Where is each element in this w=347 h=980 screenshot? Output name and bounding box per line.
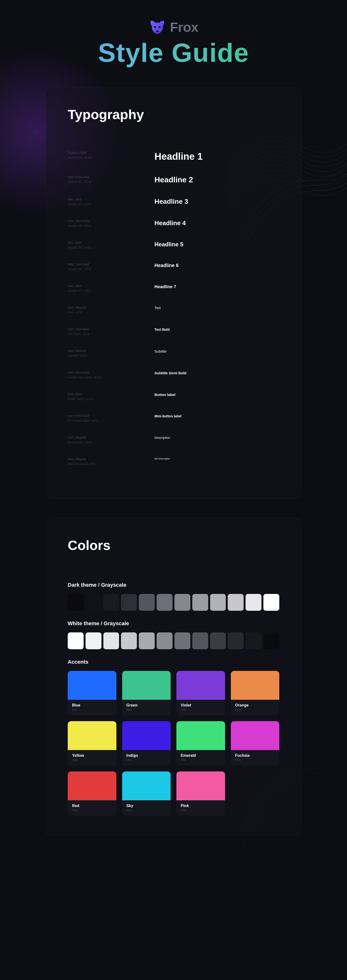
accent-sub: Other bbox=[126, 809, 166, 811]
accent-swatch bbox=[122, 772, 171, 800]
color-swatch bbox=[246, 594, 261, 611]
typography-row: Poppins | BoldHeader H1 | 40/48Headline … bbox=[68, 151, 279, 162]
color-swatch bbox=[174, 632, 190, 649]
typography-meta: Poppins | BoldHeader H1 | 40/48 bbox=[68, 151, 155, 159]
typography-meta: Inter | MediumSubtitle | 15/18 bbox=[68, 349, 155, 358]
typo-font-spec: Inter | Bold bbox=[68, 198, 155, 201]
typo-size-spec: Mini Description | 9/11 bbox=[68, 462, 155, 466]
accent-swatch bbox=[68, 671, 117, 700]
typography-sample: Subtitle Semi Bold bbox=[155, 371, 279, 375]
typo-size-spec: Header H4 | 26/34 bbox=[68, 224, 155, 228]
typo-size-spec: Subtitle | 15/18 bbox=[68, 354, 155, 358]
accent-sub: Main bbox=[126, 708, 166, 711]
accent-card: YellowOther bbox=[68, 721, 117, 766]
typo-font-spec: Inter | Extra Bold bbox=[68, 175, 155, 179]
accent-info: IndigoOther bbox=[122, 750, 171, 766]
typography-meta: Inter | Semi BoldText Bold | 14/18 bbox=[68, 328, 155, 336]
accent-sub: Main bbox=[72, 708, 112, 711]
accent-name: Blue bbox=[72, 703, 112, 708]
typo-font-spec: Poppins | Bold bbox=[68, 151, 155, 154]
typography-sample: Headline 2 bbox=[155, 175, 279, 184]
colors-panel: Colors Dark theme / Grayscale White them… bbox=[46, 518, 301, 835]
accent-name: Sky bbox=[126, 804, 166, 808]
accent-name: Red bbox=[72, 804, 112, 808]
accent-info: RedOther bbox=[68, 800, 117, 816]
typo-size-spec: Button label | 15/18 bbox=[68, 398, 155, 401]
typography-sample: Mini Description bbox=[155, 458, 279, 460]
typography-row: Inter | BoldButton label | 15/18Button l… bbox=[68, 393, 279, 401]
typo-font-spec: Inter | Semi Bold bbox=[68, 371, 155, 374]
accent-sub: Other bbox=[235, 759, 275, 761]
typography-row: Inter | RegularText | 14/18Text bbox=[68, 306, 279, 314]
typography-row: Inter | Semi BoldText Bold | 14/18Text B… bbox=[68, 328, 279, 336]
typo-font-spec: Inter | Semi Bold bbox=[68, 414, 155, 418]
accent-card: RedOther bbox=[68, 772, 117, 816]
accent-name: Orange bbox=[235, 703, 275, 708]
accent-info: BlueMain bbox=[68, 700, 117, 715]
typography-meta: Inter | Semi BoldSubtitle Semi Bold | 15… bbox=[68, 371, 155, 379]
accent-sub: Other bbox=[126, 759, 166, 761]
typography-meta: Inter | BoldHeader H7 | 18/22 bbox=[68, 284, 155, 293]
typography-meta: Inter | RegularText | 14/18 bbox=[68, 306, 155, 314]
color-swatch bbox=[228, 632, 244, 649]
accent-sub: Other bbox=[181, 809, 221, 811]
typography-row: Inter | MediumSubtitle | 15/18Subtitle bbox=[68, 349, 279, 358]
white-grayscale-label: White theme / Grayscale bbox=[68, 620, 279, 627]
typography-sample: Headline 7 bbox=[155, 284, 279, 290]
accent-info: VioletThird bbox=[176, 700, 225, 715]
accent-swatch bbox=[176, 772, 225, 800]
color-swatch bbox=[139, 594, 155, 611]
typo-size-spec: Header H2 | 32/36 bbox=[68, 180, 155, 183]
typography-sample: Button label bbox=[155, 393, 279, 397]
accent-sub: Fourth bbox=[235, 708, 275, 711]
accent-card: EmeraldOther bbox=[176, 721, 225, 766]
typography-sample: Headline 3 bbox=[155, 198, 279, 205]
typo-font-spec: Inter | Regular bbox=[68, 306, 155, 309]
color-swatch bbox=[86, 632, 101, 649]
typography-sample: Headline 1 bbox=[155, 151, 279, 162]
typo-size-spec: Header H6 | 20/30 bbox=[68, 267, 155, 271]
typo-size-spec: Header H3 | 28/34 bbox=[68, 202, 155, 206]
color-swatch bbox=[192, 594, 208, 611]
typography-meta: Inter | RegularDescription | 13/18 bbox=[68, 436, 155, 444]
typo-font-spec: Inter | Bold bbox=[68, 241, 155, 244]
typography-panel: Typography Poppins | BoldHeader H1 | 40/… bbox=[46, 87, 301, 499]
accent-info: FuchsiaOther bbox=[231, 750, 280, 766]
typography-row: Inter | RegularMini Description | 9/11Mi… bbox=[68, 458, 279, 466]
accent-card: GreenMain bbox=[122, 671, 171, 715]
fox-logo-icon bbox=[149, 19, 166, 35]
accent-info: SkyOther bbox=[122, 800, 171, 816]
page-header: Frox Style Guide bbox=[0, 19, 347, 68]
accent-name: Fuchsia bbox=[235, 753, 275, 758]
typography-meta: Inter | BoldHeader H3 | 28/34 bbox=[68, 198, 155, 206]
white-grayscale-row bbox=[68, 632, 279, 649]
typography-heading: Typography bbox=[68, 107, 279, 122]
accent-name: Green bbox=[126, 703, 166, 708]
typography-row: Inter | RegularDescription | 13/18Descri… bbox=[68, 436, 279, 444]
typography-row: Inter | BoldHeader H7 | 18/22Headline 7 bbox=[68, 284, 279, 293]
typography-sample: Description bbox=[155, 436, 279, 439]
typography-sample: Headline 6 bbox=[155, 262, 279, 268]
accent-sub: Other bbox=[72, 759, 112, 761]
typography-sample: Subtitle bbox=[155, 349, 279, 353]
typography-meta: Inter | Extra BoldHeader H2 | 32/36 bbox=[68, 175, 155, 183]
color-swatch bbox=[157, 632, 173, 649]
typo-size-spec: Header H7 | 18/22 bbox=[68, 289, 155, 293]
accent-swatch bbox=[68, 721, 117, 750]
accent-swatch bbox=[176, 721, 225, 750]
color-swatch bbox=[246, 632, 261, 649]
accent-swatch bbox=[122, 721, 171, 750]
color-swatch bbox=[157, 594, 173, 611]
color-swatch bbox=[192, 632, 208, 649]
typography-row: Inter | Semi BoldHeader H4 | 26/34Headli… bbox=[68, 220, 279, 228]
typography-row: Inter | Extra BoldHeader H2 | 32/36Headl… bbox=[68, 175, 279, 184]
typography-row: Inter | Semi BoldMini-button label | 14/… bbox=[68, 414, 279, 422]
colors-heading: Colors bbox=[68, 538, 279, 553]
typo-size-spec: Text | 14/18 bbox=[68, 311, 155, 314]
typo-size-spec: Header H5 | 24/32 bbox=[68, 246, 155, 249]
typography-sample: Text Bold bbox=[155, 328, 279, 331]
accent-name: Indigo bbox=[126, 753, 166, 758]
accent-info: OrangeFourth bbox=[231, 700, 280, 715]
accent-info: PinkOther bbox=[176, 800, 225, 816]
typo-font-spec: Inter | Semi Bold bbox=[68, 328, 155, 331]
